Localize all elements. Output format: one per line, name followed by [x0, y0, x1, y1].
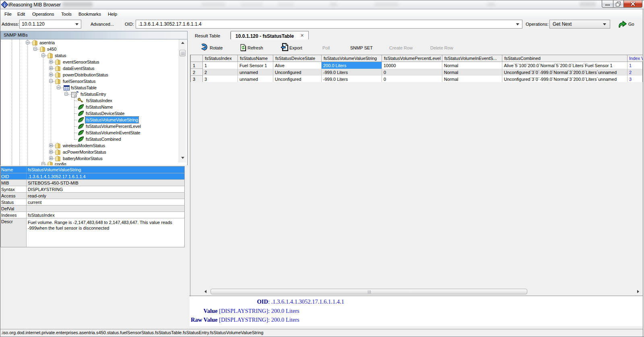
svg-text:i: i [4, 3, 5, 7]
